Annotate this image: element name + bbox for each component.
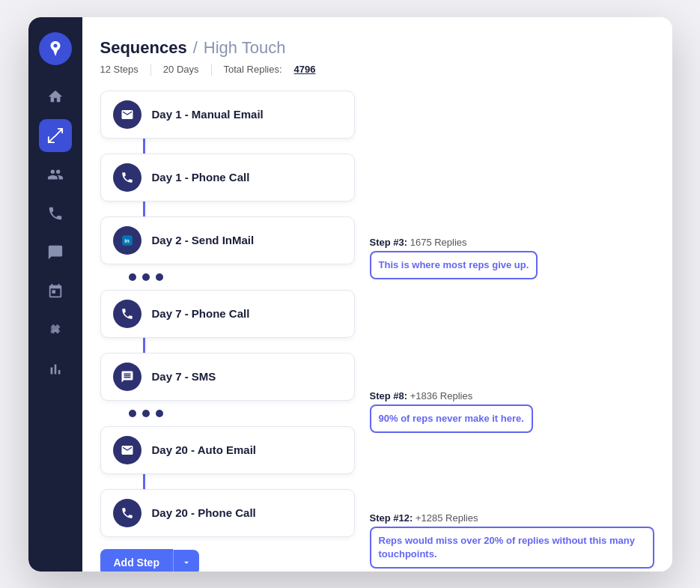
stats-bar: 12 Steps 20 Days Total Replies: 4796: [100, 64, 654, 76]
stat-replies-label: Total Replies:: [224, 64, 282, 75]
step-3-icon: in: [113, 226, 141, 255]
page-title: Sequences: [100, 38, 187, 58]
connector-4-5: [143, 338, 145, 353]
connector-1-2: [143, 139, 145, 154]
logo-icon[interactable]: [39, 32, 72, 65]
sidebar: ✂: [28, 17, 82, 572]
step-6-label: Day 20 - Auto Email: [152, 443, 256, 456]
sidebar-item-analytics[interactable]: [39, 353, 72, 386]
callout-12-title: Step #12: +1285 Replies: [370, 512, 654, 524]
app-container: ✂ Sequences / High Touch 12 Steps 20 Day…: [28, 17, 672, 572]
callout-3-container: Step #3: 1675 Replies This is where most…: [370, 237, 538, 279]
callout-8-container: Step #8: +1836 Replies 90% of reps never…: [370, 390, 533, 433]
breadcrumb-subtitle: High Touch: [204, 38, 286, 58]
main-content: Sequences / High Touch 12 Steps 20 Days …: [82, 17, 672, 572]
step-6[interactable]: Day 20 - Auto Email: [100, 426, 355, 474]
step-7[interactable]: Day 20 - Phone Call: [100, 489, 355, 537]
dots-connector-2: [129, 401, 163, 426]
add-step-button[interactable]: Add Step: [100, 549, 173, 572]
sidebar-item-tasks[interactable]: ✂: [39, 314, 72, 347]
dot-3: [156, 273, 163, 281]
steps-column: Day 1 - Manual Email Day 1 - Phone Call …: [100, 91, 355, 572]
stat-days: 20 Days: [163, 64, 199, 75]
callout-3-title: Step #3: 1675 Replies: [370, 237, 538, 248]
page-header: Sequences / High Touch 12 Steps 20 Days …: [100, 38, 654, 76]
sidebar-item-chat[interactable]: [39, 236, 72, 269]
connector-2-3: [143, 201, 145, 216]
breadcrumb: Sequences / High Touch: [100, 38, 654, 58]
sidebar-item-home[interactable]: [39, 80, 72, 113]
step-1[interactable]: Day 1 - Manual Email: [100, 91, 355, 139]
steps-wrapper: Day 1 - Manual Email Day 1 - Phone Call …: [100, 91, 654, 572]
step-2[interactable]: Day 1 - Phone Call: [100, 154, 355, 201]
add-step-area: Add Step: [100, 549, 199, 572]
step-3[interactable]: in Day 2 - Send InMail: [100, 216, 355, 264]
step-2-icon: [113, 163, 141, 192]
add-step-dropdown-button[interactable]: [173, 550, 199, 572]
step-4-icon: [113, 300, 141, 328]
step-2-label: Day 1 - Phone Call: [152, 171, 250, 184]
step-5-icon: [113, 363, 141, 391]
svg-text:✂: ✂: [49, 324, 59, 336]
callout-12-box: Reps would miss over 20% of replies with…: [370, 527, 654, 569]
step-4[interactable]: Day 7 - Phone Call: [100, 290, 355, 338]
breadcrumb-separator: /: [193, 38, 198, 58]
connector-6-7: [143, 474, 145, 489]
sidebar-item-phone[interactable]: [39, 197, 72, 230]
callout-8-title: Step #8: +1836 Replies: [370, 390, 533, 401]
dot-1: [129, 273, 136, 281]
step-1-icon: [113, 100, 141, 129]
sidebar-item-calendar[interactable]: [39, 275, 72, 308]
dot-5: [142, 410, 150, 417]
callout-3-box: This is where most reps give up.: [370, 251, 538, 279]
step-5-label: Day 7 - SMS: [152, 370, 216, 383]
stat-steps: 12 Steps: [100, 64, 139, 75]
svg-text:in: in: [124, 237, 130, 244]
step-4-label: Day 7 - Phone Call: [152, 307, 250, 320]
step-3-label: Day 2 - Send InMail: [152, 234, 255, 246]
stat-divider-2: [211, 64, 212, 76]
step-6-icon: [113, 436, 141, 464]
step-7-icon: [113, 499, 141, 527]
svg-point-0: [53, 43, 57, 47]
dot-4: [129, 410, 136, 417]
stat-replies-value: 4796: [294, 64, 316, 75]
callout-12-container: Step #12: +1285 Replies Reps would miss …: [370, 512, 654, 569]
dot-2: [142, 273, 150, 281]
step-1-label: Day 1 - Manual Email: [152, 108, 264, 121]
step-7-label: Day 20 - Phone Call: [152, 506, 256, 519]
dot-6: [156, 410, 163, 417]
step-5[interactable]: Day 7 - SMS: [100, 353, 355, 401]
callout-8-box: 90% of reps never make it here.: [370, 404, 533, 433]
stat-divider-1: [150, 64, 151, 76]
dots-connector-1: [129, 264, 163, 290]
sidebar-item-contacts[interactable]: [39, 158, 72, 191]
sidebar-item-sequences[interactable]: [39, 119, 72, 152]
